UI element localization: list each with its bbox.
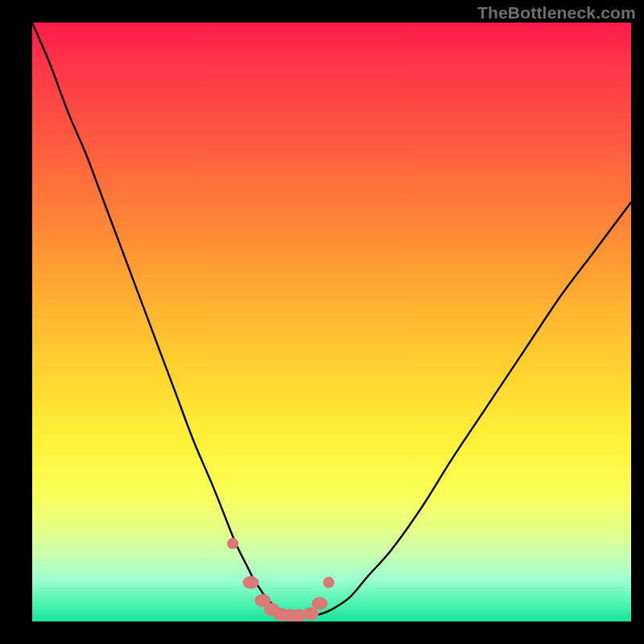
curve-marker bbox=[243, 576, 259, 589]
chart-frame: TheBottleneck.com bbox=[0, 0, 644, 644]
watermark-label: TheBottleneck.com bbox=[477, 3, 636, 23]
curve-marker bbox=[323, 577, 334, 588]
curve-marker bbox=[312, 597, 328, 610]
bottleneck-curve bbox=[32, 23, 631, 621]
plot-area bbox=[32, 23, 631, 621]
curve-marker bbox=[227, 538, 238, 549]
